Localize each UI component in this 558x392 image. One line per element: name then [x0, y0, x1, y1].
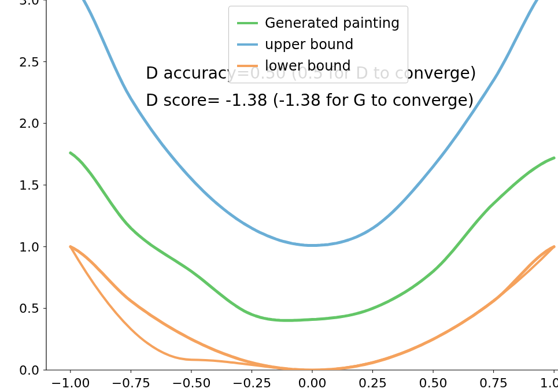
legend-swatch-generated-icon [237, 22, 258, 24]
ytick-label: 1.0 [19, 240, 39, 254]
y-ticks [43, 0, 46, 370]
legend-item-lower: lower bound [237, 56, 400, 76]
ytick-label: 0.5 [19, 301, 39, 316]
legend-label: lower bound [265, 56, 351, 76]
ytick-label: 2.0 [19, 116, 39, 131]
ytick-label: 2.5 [19, 55, 39, 69]
xtick-label: −0.50 [172, 376, 210, 390]
xtick-label: −0.75 [112, 376, 150, 390]
chart-container: 0.0 0.5 1.0 1.5 2.0 2.5 3.0 −1.00 −0.75 … [0, 0, 558, 392]
xtick-label: 0.25 [359, 376, 387, 390]
legend-label: Generated painting [265, 13, 400, 34]
x-ticks [71, 370, 554, 373]
xtick-label: 0.75 [479, 376, 508, 390]
xtick-label: 1.00 [540, 376, 558, 390]
line-lower-bound [71, 247, 554, 370]
ytick-label: 3.0 [19, 0, 39, 8]
legend-item-generated: Generated painting [237, 13, 400, 34]
y-tick-labels: 0.0 0.5 1.0 1.5 2.0 2.5 3.0 [19, 0, 39, 378]
legend-item-upper: upper bound [237, 35, 400, 55]
legend-label: upper bound [265, 35, 354, 55]
line-generated-painting [71, 153, 554, 321]
ytick-label: 0.0 [19, 363, 39, 378]
ytick-label: 1.5 [19, 178, 39, 193]
legend-swatch-upper-icon [237, 43, 258, 46]
x-tick-labels: −1.00 −0.75 −0.50 −0.25 0.00 0.25 0.50 0… [51, 376, 558, 390]
legend-swatch-lower-icon [237, 65, 258, 67]
annotation-d-score: D score= -1.38 (-1.38 for G to converge) [146, 91, 476, 110]
xtick-label: 0.00 [298, 376, 327, 390]
xtick-label: −0.25 [232, 376, 271, 390]
xtick-label: −1.00 [51, 376, 90, 390]
legend: Generated painting upper bound lower bou… [228, 6, 408, 83]
xtick-label: 0.50 [419, 376, 448, 390]
